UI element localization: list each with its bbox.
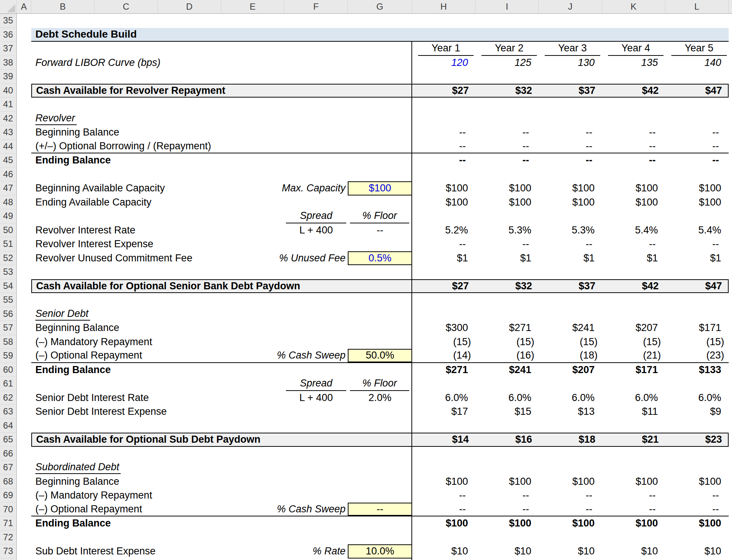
row-header-69[interactable]: 69 (0, 489, 17, 503)
column-header-G[interactable]: G (348, 0, 412, 13)
sheet-row-52: 52Revolver Unused Commitment Fee% Unused… (0, 251, 732, 265)
row-header-65[interactable]: 65 (0, 433, 17, 447)
cell-year1-40: $27 (413, 85, 476, 97)
row-header-70[interactable]: 70 (0, 503, 17, 517)
row-header-67[interactable]: 67 (0, 461, 17, 475)
row-header-51[interactable]: 51 (0, 237, 17, 251)
row-header-71[interactable]: 71 (0, 516, 17, 531)
select-all-triangle-icon (7, 4, 15, 12)
sheet-row-67: 67Subordinated Debt (0, 461, 732, 475)
cell-A40 (17, 84, 31, 98)
row-content-49: Spread% Floor (31, 209, 729, 223)
sub-label-57 (284, 321, 348, 335)
row-header-72[interactable]: 72 (0, 531, 17, 545)
column-header-C[interactable]: C (95, 0, 158, 13)
column-header-E[interactable]: E (221, 0, 284, 13)
cell-A59 (17, 349, 31, 363)
cell-G70: -- (348, 503, 412, 516)
sheet-row-61: 61Spread% Floor (0, 377, 732, 391)
row-label-70: (–) Optional Repayment (31, 503, 284, 515)
row-header-60[interactable]: 60 (0, 363, 17, 377)
cell-G68 (348, 475, 412, 489)
cell-year1-50: 5.2% (412, 223, 475, 238)
section-cell-67: Subordinated Debt (31, 461, 729, 474)
cell-A48 (17, 195, 31, 210)
row-header-35[interactable]: 35 (0, 14, 17, 28)
cell-G62: 2.0% (348, 391, 412, 405)
row-header-42[interactable]: 42 (0, 112, 17, 126)
row-header-59[interactable]: 59 (0, 349, 17, 363)
cell-year3-70: -- (539, 503, 602, 516)
cell-G43 (348, 125, 412, 140)
row-header-53[interactable]: 53 (0, 265, 17, 279)
row-content-42: Revolver (31, 112, 729, 126)
row-content-64 (31, 419, 729, 433)
row-header-37[interactable]: 37 (0, 42, 17, 56)
row-header-52[interactable]: 52 (0, 251, 17, 265)
row-header-45[interactable]: 45 (0, 153, 17, 168)
row-header-64[interactable]: 64 (0, 419, 17, 433)
row-header-63[interactable]: 63 (0, 405, 17, 419)
column-header-D[interactable]: D (158, 0, 221, 13)
sheet-row-56: 56Senior Debt (0, 307, 732, 321)
row-header-38[interactable]: 38 (0, 56, 17, 70)
row-header-68[interactable]: 68 (0, 475, 17, 489)
cell-year3-38: 130 (539, 56, 602, 70)
row-header-46[interactable]: 46 (0, 168, 17, 182)
column-header-J[interactable]: J (539, 0, 602, 13)
cell-G65 (349, 433, 413, 446)
row-header-40[interactable]: 40 (0, 84, 17, 98)
row-header-56[interactable]: 56 (0, 307, 17, 321)
row-header-39[interactable]: 39 (0, 70, 17, 84)
row-header-61[interactable]: 61 (0, 377, 17, 391)
row-header-47[interactable]: 47 (0, 181, 17, 195)
column-header-K[interactable]: K (602, 0, 665, 13)
column-header-H[interactable]: H (412, 0, 475, 13)
row-header-54[interactable]: 54 (0, 279, 17, 293)
cell-year1-68: $100 (412, 475, 475, 489)
column-header-F[interactable]: F (284, 0, 348, 13)
row-header-44[interactable]: 44 (0, 140, 17, 154)
sub-label-60 (284, 363, 348, 377)
row-header-49[interactable]: 49 (0, 209, 17, 223)
row-header-74[interactable]: 74 (0, 559, 17, 560)
cell-year3-48: $100 (539, 195, 602, 210)
column-header-I[interactable]: I (475, 0, 539, 13)
input-cell-G52[interactable]: 0.5% (348, 251, 412, 265)
row-header-58[interactable]: 58 (0, 335, 17, 349)
row-content-47: Beginning Available CapacityMax. Capacit… (31, 181, 729, 195)
cell-A60 (17, 363, 31, 377)
sub-label-51 (284, 237, 348, 251)
row-header-55[interactable]: 55 (0, 293, 17, 307)
input-cell-G70[interactable]: -- (348, 503, 412, 516)
row-header-62[interactable]: 62 (0, 391, 17, 405)
column-header-A[interactable]: A (17, 0, 31, 13)
row-header-36[interactable]: 36 (0, 28, 17, 42)
row-header-73[interactable]: 73 (0, 544, 17, 559)
cell-year2-57: $271 (475, 321, 539, 335)
row-header-48[interactable]: 48 (0, 195, 17, 210)
cell-year2-62: 6.0% (475, 391, 539, 405)
row-header-41[interactable]: 41 (0, 98, 17, 112)
column-header-B[interactable]: B (31, 0, 95, 13)
cell-year5-60: $133 (665, 363, 729, 377)
input-cell-G73[interactable]: 10.0% (348, 544, 412, 559)
row-header-66[interactable]: 66 (0, 447, 17, 461)
sheet-row-50: 50Revolver Interest RateL + 400--5.2%5.3… (0, 223, 732, 238)
cell-year5-68: $100 (665, 475, 729, 489)
cell-F37 (284, 42, 348, 56)
row-header-43[interactable]: 43 (0, 125, 17, 140)
row-content-63: Senior Debt Interest Expense$17$15$13$11… (31, 405, 729, 419)
column-header-L[interactable]: L (665, 0, 729, 13)
year-header-4: Year 4 (602, 42, 665, 56)
cell-year2-54: $32 (476, 280, 540, 293)
row-header-50[interactable]: 50 (0, 223, 17, 238)
cell-year5-65: $23 (666, 433, 729, 446)
input-cell-G59[interactable]: 50.0% (348, 349, 412, 362)
row-header-57[interactable]: 57 (0, 321, 17, 335)
sheet-row-63: 63Senior Debt Interest Expense$17$15$13$… (0, 405, 732, 419)
input-cell-G47[interactable]: $100 (348, 181, 412, 195)
row-content-59: (–) Optional Repayment% Cash Sweep50.0%(… (31, 349, 729, 363)
row-content-73: Sub Debt Interest Expense% Rate10.0%$10$… (31, 544, 729, 559)
select-all-corner[interactable] (0, 0, 17, 13)
